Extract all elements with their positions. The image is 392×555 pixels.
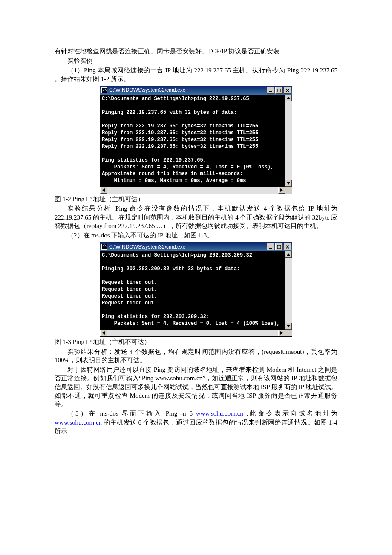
chevron-right-icon [280, 188, 283, 192]
cmd-output: C:\Documents and Settings\lch>ping 202.2… [100, 251, 285, 330]
scroll-down-button[interactable] [285, 180, 292, 187]
scroll-left-button[interactable] [100, 187, 107, 194]
cmd-icon: c\ [101, 87, 107, 93]
scroll-up-button[interactable] [285, 95, 292, 101]
document-page: 有针对性地检查网线是否连接正确、网卡是否安装好、TCP/IP 协议是否正确安装 … [0, 0, 392, 555]
chevron-up-icon [287, 253, 290, 256]
chevron-left-icon [102, 331, 105, 335]
paragraph: （3）在 ms-dos 界面下输入 Ping -n 6 www.sohu.com… [55, 409, 337, 435]
scroll-track[interactable] [107, 330, 278, 336]
scroll-left-button[interactable] [100, 330, 107, 336]
minimize-icon [269, 89, 272, 92]
figure-caption: 图 1-3 Ping IP 地址（主机不可达） [55, 338, 337, 346]
scroll-right-button[interactable] [278, 330, 285, 336]
text-underlined: 6 [138, 419, 142, 426]
minimize-button[interactable] [267, 243, 274, 250]
text: 的主机发送 [104, 419, 138, 426]
chevron-right-icon [280, 331, 283, 335]
link-sohu[interactable]: www.sohu.com.cn [196, 410, 243, 417]
svg-rect-0 [269, 91, 272, 92]
cmd-titlebar[interactable]: c\ C:\WINDOWS\system32\cmd.exe [100, 242, 292, 251]
svg-rect-3 [277, 245, 281, 249]
horizontal-scrollbar[interactable] [100, 187, 292, 194]
scroll-corner [285, 330, 292, 336]
cmd-title-text: C:\WINDOWS\system32\cmd.exe [109, 87, 185, 93]
text: ,此命令表示向域名地址为 [243, 410, 337, 417]
scroll-down-button[interactable] [285, 323, 292, 330]
close-button[interactable] [284, 243, 291, 250]
minimize-button[interactable] [267, 87, 274, 94]
close-icon [286, 245, 289, 249]
maximize-button[interactable] [275, 87, 283, 94]
chevron-up-icon [287, 97, 290, 99]
maximize-icon [277, 245, 281, 249]
chevron-down-icon [287, 182, 290, 185]
paragraph: （1）Ping 本局域网络连接的一台 IP 地址为 222.19.237.65 … [55, 66, 337, 84]
svg-rect-2 [269, 248, 272, 249]
chevron-down-icon [287, 325, 290, 327]
scroll-track[interactable] [285, 258, 292, 323]
close-button[interactable] [284, 87, 291, 94]
cmd-window: c\ C:\WINDOWS\system32\cmd.exe C:\Docume… [100, 86, 292, 194]
cmd-titlebar[interactable]: c\ C:\WINDOWS\system32\cmd.exe [100, 86, 292, 95]
vertical-scrollbar[interactable] [285, 251, 292, 330]
svg-rect-1 [277, 89, 281, 92]
cmd-title-text: C:\WINDOWS\system32\cmd.exe [109, 243, 185, 250]
paragraph: 有针对性地检查网线是否连接正确、网卡是否安装好、TCP/IP 协议是否正确安装 [55, 47, 337, 55]
scroll-corner [285, 187, 292, 194]
maximize-button[interactable] [275, 243, 283, 250]
cmd-window: c\ C:\WINDOWS\system32\cmd.exe C:\Docume… [100, 242, 292, 337]
paragraph: （2）在 ms-dos 下输入不可达的 IP 地址，如图 1-3。 [55, 231, 337, 240]
scroll-track[interactable] [285, 101, 292, 180]
figure-caption: 图 1-2 Ping IP 地址（主机可达） [55, 195, 337, 203]
paragraph: 对于因特网络用户还可以直接 Ping 要访问的域名地址，来查看来检测 Modem… [55, 365, 337, 408]
scroll-up-button[interactable] [285, 251, 292, 258]
scroll-track[interactable] [107, 187, 278, 194]
close-icon [286, 89, 289, 92]
text: （3）在 ms-dos 界面下输入 Ping -n 6 [67, 410, 196, 417]
maximize-icon [277, 89, 281, 92]
vertical-scrollbar[interactable] [285, 95, 292, 187]
cmd-icon: c\ [101, 244, 107, 250]
horizontal-scrollbar[interactable] [100, 330, 292, 336]
paragraph: 实验结果分析：发送 4 个数据包，均在规定时间范围内没有应答，(requestt… [55, 347, 337, 365]
scroll-right-button[interactable] [278, 187, 285, 194]
link-sohu[interactable]: www.sohu.com.cn [55, 419, 104, 426]
paragraph: 实验实例 [55, 56, 337, 65]
minimize-icon [269, 245, 272, 249]
cmd-output: C:\Documents and Settings\lch>ping 222.1… [100, 95, 285, 187]
paragraph: 实验结果分析: Ping 命令在没有参数的情况下，本机默认发送 4 个数据包给 … [55, 204, 337, 230]
chevron-left-icon [102, 188, 105, 192]
